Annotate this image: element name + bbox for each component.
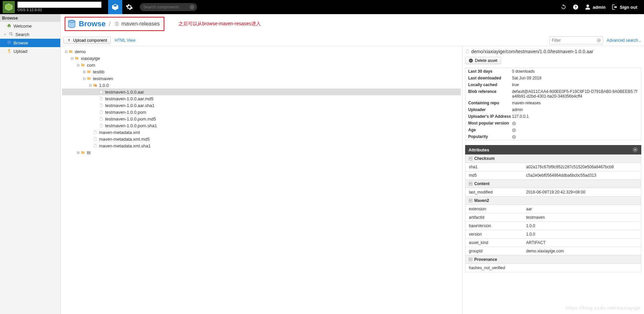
breadcrumb-separator: / xyxy=(109,21,110,28)
asset-info-table: Last 30 days0 downloadsLast downloadedSa… xyxy=(465,68,641,140)
attr-section-header[interactable]: −Content xyxy=(465,180,641,188)
attr-section-header[interactable]: −Provenance xyxy=(465,255,641,264)
upload-icon xyxy=(7,48,11,54)
tree-node[interactable]: testmaven-1.0.0.pom.sha1 xyxy=(62,122,461,129)
attr-row: asset_kindARTIFACT xyxy=(465,239,641,247)
folder-icon xyxy=(86,69,92,74)
tree-node[interactable]: testmaven-1.0.0.aar xyxy=(62,89,461,95)
admin-mode-button[interactable] xyxy=(122,0,136,14)
cube-icon xyxy=(7,40,11,46)
file-icon xyxy=(92,136,98,142)
attr-row: baseVersion1.0.0 xyxy=(465,222,641,230)
app-header: Sonatype Nexus Repository Manager OSS 3.… xyxy=(0,0,644,14)
collapse-icon: − xyxy=(469,258,472,261)
info-row: Last downloadedSat Jun 09 2018 xyxy=(465,75,641,81)
file-icon xyxy=(92,130,98,135)
info-row: Popularityi xyxy=(465,133,641,140)
collapse-icon: − xyxy=(469,157,472,160)
html-view-link[interactable]: HTML View xyxy=(115,38,135,43)
advanced-search-link[interactable]: Advanced search... xyxy=(607,38,641,43)
tree-node[interactable]: ⊟1.0.0 xyxy=(62,82,461,89)
repository-tree[interactable]: ⊟demo⊟xiaxiayige⊟com⊞testlib⊟testmaven⊟1… xyxy=(61,46,462,314)
breadcrumb-repo[interactable]: maven-releases xyxy=(114,21,160,27)
tree-node[interactable]: maven-metadata.xml.sha1 xyxy=(62,142,461,149)
refresh-button[interactable] xyxy=(560,4,567,10)
file-icon xyxy=(98,96,104,101)
folder-icon xyxy=(92,82,98,88)
app-title: Sonatype Nexus Repository Manager xyxy=(18,2,101,8)
sidebar-header: Browse xyxy=(0,14,60,22)
annotation-text: 之后可以从browse-maven-resases进入 xyxy=(179,21,261,27)
tree-node[interactable]: ⊟xiaxiayige xyxy=(62,55,461,62)
file-icon xyxy=(98,89,104,95)
app-version: OSS 3.12.0-01 xyxy=(18,8,101,12)
header-search[interactable]: ✕ xyxy=(140,3,197,11)
attr-row: sha1a02a176c67bf9c952c287c51520e506a8467… xyxy=(465,163,641,171)
search-input[interactable] xyxy=(143,5,194,9)
app-logo xyxy=(3,1,15,13)
info-row: Agei xyxy=(465,127,641,133)
browse-mode-button[interactable] xyxy=(108,0,122,14)
chevron-up-icon xyxy=(633,147,638,152)
sidebar-item-welcome[interactable]: Welcome xyxy=(0,22,60,30)
sidebar-item-browse[interactable]: Browse xyxy=(0,39,60,47)
file-icon xyxy=(98,109,104,115)
attr-row: version1.0.0 xyxy=(465,230,641,239)
tree-node[interactable]: ⊟testmaven xyxy=(62,75,461,82)
tree-node[interactable]: testmaven-1.0.0.aar.md5 xyxy=(62,95,461,102)
folder-icon xyxy=(80,62,86,68)
tree-node[interactable]: ⊟com xyxy=(62,62,461,68)
folder-icon xyxy=(86,76,92,81)
attr-section-header[interactable]: −Maven2 xyxy=(465,197,641,205)
file-icon xyxy=(98,123,104,128)
attr-row: md5c5a2e0ebf0564864ddba6bcbc55ad313 xyxy=(465,171,641,180)
tree-node[interactable]: testmaven-1.0.0.aar.sha1 xyxy=(62,102,461,109)
upload-icon xyxy=(67,38,71,42)
filter-input[interactable] xyxy=(552,38,601,43)
tree-node[interactable]: ⊞ttt xyxy=(62,149,461,156)
upload-component-button[interactable]: Upload component xyxy=(63,37,111,44)
sidebar: Browse Welcome+SearchBrowseUpload xyxy=(0,14,61,314)
collapse-icon: − xyxy=(469,182,472,185)
signout-button[interactable]: Sign out xyxy=(612,4,637,10)
user-name: admin xyxy=(593,5,606,10)
database-icon xyxy=(114,21,120,27)
signout-label: Sign out xyxy=(620,5,637,10)
folder-icon xyxy=(80,150,86,155)
attr-section-header[interactable]: −Checksum xyxy=(465,154,641,163)
attr-row: last_modified2018-06-09T19:20:42.329+08:… xyxy=(465,188,641,197)
attr-row: hashes_not_verified xyxy=(465,264,641,272)
tree-node[interactable]: ⊟demo xyxy=(62,48,461,55)
tree-node[interactable]: testmaven-1.0.0.pom xyxy=(62,109,461,115)
tree-node[interactable]: maven-metadata.xml xyxy=(62,129,461,136)
app-title-block: Sonatype Nexus Repository Manager OSS 3.… xyxy=(18,2,101,12)
watermark: https://blog.csdn.net/xiaxiayige xyxy=(566,305,641,311)
collapse-icon: − xyxy=(469,199,472,202)
info-icon: i xyxy=(512,128,516,132)
svg-text:?: ? xyxy=(574,5,576,9)
tree-node[interactable]: testmaven-1.0.0.pom.md5 xyxy=(62,115,461,122)
asset-detail-panel: demo/xiaxiayige/com/testmaven/1.0.0/test… xyxy=(462,46,644,314)
search-icon xyxy=(9,32,13,37)
info-row: Uploader's IP Address127.0.0.1 xyxy=(465,113,641,120)
tree-node[interactable]: ⊞testlib xyxy=(62,68,461,75)
sidebar-item-search[interactable]: +Search xyxy=(0,30,60,39)
attr-row: groupIddemo.xiaxiayige.com xyxy=(465,247,641,255)
info-row: Blob referencedefault@A011CAA4-800EE0F5-… xyxy=(465,88,641,100)
help-button[interactable]: ? xyxy=(573,4,579,10)
info-icon: i xyxy=(512,121,516,126)
sidebar-item-upload[interactable]: Upload xyxy=(0,47,60,56)
breadcrumb-highlight: Browse / maven-releases xyxy=(65,17,164,31)
folder-icon xyxy=(68,49,73,54)
browse-icon xyxy=(67,19,77,29)
filter-box[interactable]: ✕ xyxy=(549,36,603,44)
info-icon: i xyxy=(512,135,516,139)
tree-node[interactable]: maven-metadata.xml.md5 xyxy=(62,136,461,142)
breadcrumb-title[interactable]: Browse xyxy=(79,20,105,28)
home-icon xyxy=(7,23,11,29)
attributes-header[interactable]: Attributes xyxy=(465,145,641,154)
folder-icon xyxy=(74,56,79,61)
user-menu[interactable]: admin xyxy=(585,4,606,10)
svg-point-3 xyxy=(9,32,12,35)
delete-asset-button[interactable]: − Delete asset xyxy=(465,57,501,64)
